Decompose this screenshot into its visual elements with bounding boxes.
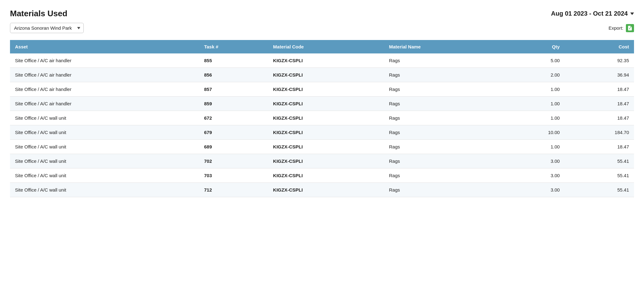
cell-cost: 92.35: [565, 53, 634, 68]
cell-material-code: KIGZX-CSPLI: [268, 111, 384, 125]
table-row: Site Office / A/C air handler857KIGZX-CS…: [10, 82, 634, 97]
cell-qty: 3.00: [503, 168, 565, 183]
cell-cost: 18.47: [565, 111, 634, 125]
col-asset: Asset: [10, 40, 199, 53]
cell-task: 857: [199, 82, 268, 97]
cell-material-name: Rags: [384, 68, 503, 82]
cell-material-code: KIGZX-CSPLI: [268, 82, 384, 97]
cell-qty: 3.00: [503, 183, 565, 197]
cell-material-code: KIGZX-CSPLI: [268, 53, 384, 68]
cell-material-code: KIGZX-CSPLI: [268, 154, 384, 168]
cell-material-code: KIGZX-CSPLI: [268, 168, 384, 183]
table-row: Site Office / A/C wall unit712KIGZX-CSPL…: [10, 183, 634, 197]
chevron-down-icon: [630, 12, 634, 15]
cell-asset: Site Office / A/C wall unit: [10, 154, 199, 168]
cell-material-name: Rags: [384, 53, 503, 68]
cell-asset: Site Office / A/C air handler: [10, 53, 199, 68]
cell-qty: 3.00: [503, 154, 565, 168]
cell-qty: 5.00: [503, 53, 565, 68]
cell-qty: 1.00: [503, 82, 565, 97]
cell-qty: 10.00: [503, 125, 565, 140]
cell-material-name: Rags: [384, 183, 503, 197]
cell-cost: 36.94: [565, 68, 634, 82]
export-area: Export:: [608, 24, 634, 32]
col-qty: Qty: [503, 40, 565, 53]
export-label: Export:: [608, 25, 623, 31]
cell-cost: 18.47: [565, 82, 634, 97]
cell-asset: Site Office / A/C wall unit: [10, 125, 199, 140]
cell-qty: 1.00: [503, 111, 565, 125]
cell-cost: 55.41: [565, 168, 634, 183]
table-row: Site Office / A/C air handler856KIGZX-CS…: [10, 68, 634, 82]
cell-qty: 1.00: [503, 97, 565, 111]
site-select-wrapper: Arizona Sonoran Wind Park: [10, 23, 84, 33]
cell-material-code: KIGZX-CSPLI: [268, 125, 384, 140]
top-header: Materials Used Aug 01 2023 - Oct 21 2024: [10, 9, 634, 18]
cell-asset: Site Office / A/C wall unit: [10, 140, 199, 154]
cell-qty: 2.00: [503, 68, 565, 82]
cell-cost: 18.47: [565, 140, 634, 154]
table-body: Site Office / A/C air handler855KIGZX-CS…: [10, 53, 634, 197]
site-select[interactable]: Arizona Sonoran Wind Park: [10, 23, 84, 33]
cell-material-code: KIGZX-CSPLI: [268, 97, 384, 111]
cell-asset: Site Office / A/C air handler: [10, 82, 199, 97]
cell-task: 856: [199, 68, 268, 82]
cell-asset: Site Office / A/C wall unit: [10, 111, 199, 125]
cell-material-code: KIGZX-CSPLI: [268, 140, 384, 154]
cell-material-name: Rags: [384, 125, 503, 140]
cell-material-code: KIGZX-CSPLI: [268, 183, 384, 197]
cell-material-name: Rags: [384, 154, 503, 168]
cell-material-name: Rags: [384, 168, 503, 183]
cell-asset: Site Office / A/C air handler: [10, 97, 199, 111]
cell-task: 689: [199, 140, 268, 154]
table-row: Site Office / A/C air handler859KIGZX-CS…: [10, 97, 634, 111]
cell-task: 672: [199, 111, 268, 125]
cell-cost: 18.47: [565, 97, 634, 111]
cell-task: 712: [199, 183, 268, 197]
table-header-row: Asset Task # Material Code Material Name…: [10, 40, 634, 53]
cell-cost: 55.41: [565, 183, 634, 197]
cell-asset: Site Office / A/C wall unit: [10, 168, 199, 183]
col-material-name: Material Name: [384, 40, 503, 53]
cell-task: 855: [199, 53, 268, 68]
cell-material-code: KIGZX-CSPLI: [268, 68, 384, 82]
cell-cost: 184.70: [565, 125, 634, 140]
sub-header: Arizona Sonoran Wind Park Export:: [10, 23, 634, 33]
cell-asset: Site Office / A/C air handler: [10, 68, 199, 82]
excel-icon: [627, 25, 633, 31]
date-range-selector[interactable]: Aug 01 2023 - Oct 21 2024: [551, 9, 634, 17]
col-task: Task #: [199, 40, 268, 53]
export-excel-button[interactable]: [626, 24, 634, 32]
table-row: Site Office / A/C wall unit703KIGZX-CSPL…: [10, 168, 634, 183]
cell-material-name: Rags: [384, 97, 503, 111]
cell-material-name: Rags: [384, 111, 503, 125]
cell-asset: Site Office / A/C wall unit: [10, 183, 199, 197]
cell-qty: 1.00: [503, 140, 565, 154]
cell-material-name: Rags: [384, 140, 503, 154]
table-row: Site Office / A/C wall unit672KIGZX-CSPL…: [10, 111, 634, 125]
page-title: Materials Used: [10, 9, 67, 18]
cell-task: 859: [199, 97, 268, 111]
cell-task: 702: [199, 154, 268, 168]
table-row: Site Office / A/C wall unit702KIGZX-CSPL…: [10, 154, 634, 168]
cell-task: 703: [199, 168, 268, 183]
cell-material-name: Rags: [384, 82, 503, 97]
table-row: Site Office / A/C wall unit689KIGZX-CSPL…: [10, 140, 634, 154]
col-cost: Cost: [565, 40, 634, 53]
materials-table: Asset Task # Material Code Material Name…: [10, 40, 634, 197]
table-row: Site Office / A/C air handler855KIGZX-CS…: [10, 53, 634, 68]
table-row: Site Office / A/C wall unit679KIGZX-CSPL…: [10, 125, 634, 140]
date-range-label: Aug 01 2023 - Oct 21 2024: [551, 10, 628, 17]
page-container: Materials Used Aug 01 2023 - Oct 21 2024…: [0, 0, 644, 285]
col-material-code: Material Code: [268, 40, 384, 53]
cell-cost: 55.41: [565, 154, 634, 168]
cell-task: 679: [199, 125, 268, 140]
